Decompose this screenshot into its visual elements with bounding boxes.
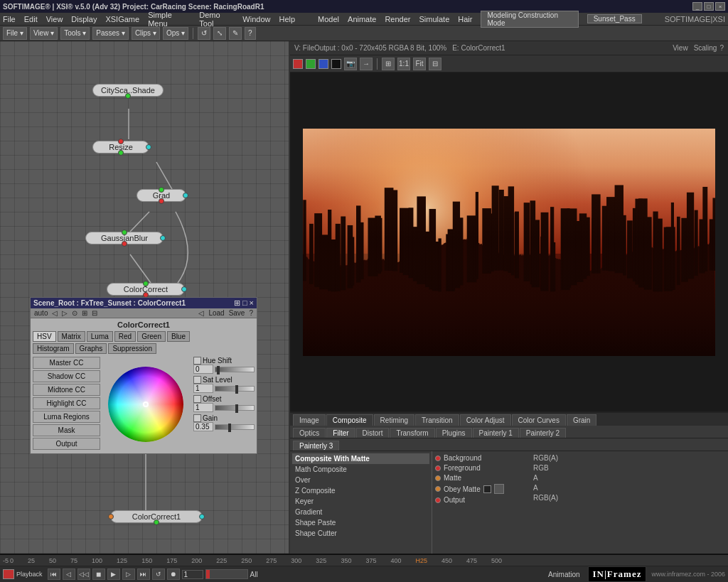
- cc-tab-hsv[interactable]: HSV: [33, 331, 56, 342]
- color-wheel[interactable]: [107, 365, 185, 443]
- toolbar-icon-3[interactable]: ✎: [229, 27, 242, 40]
- tl-btn-prev[interactable]: ◁: [63, 568, 75, 580]
- cc-offset-checkbox[interactable]: [193, 395, 201, 403]
- viewer-btn-arrow[interactable]: →: [360, 58, 373, 70]
- menu-window[interactable]: Window: [242, 15, 270, 23]
- fx-tab-transition[interactable]: Transition: [415, 414, 459, 426]
- node-grad[interactable]: Grad: [136, 189, 186, 202]
- fx-sub-filter[interactable]: Filter: [326, 428, 355, 438]
- cc-btn-highlightcc[interactable]: Highlight CC: [33, 397, 100, 409]
- cc-fwd[interactable]: ▷: [60, 309, 69, 317]
- cc-tab-green[interactable]: Green: [137, 331, 166, 342]
- cc-gain-checkbox[interactable]: [193, 414, 201, 422]
- viewer-image[interactable]: [290, 72, 728, 411]
- swatch-red[interactable]: [293, 59, 303, 69]
- toolbar-file[interactable]: File ▾: [3, 27, 27, 40]
- cc-satlevel-checkbox[interactable]: [193, 376, 201, 384]
- node-cityscapeshader[interactable]: CitySca..Shade: [92, 84, 164, 97]
- viewer-btn-4[interactable]: ⊟: [429, 58, 441, 70]
- comp-item-keyer[interactable]: Keyer: [292, 496, 429, 507]
- fx-sub-transform[interactable]: Transform: [390, 428, 434, 438]
- comp-item-shapepaste[interactable]: Shape Paste: [292, 517, 429, 528]
- viewer-tab-scaling[interactable]: Scaling: [694, 44, 717, 52]
- cc-back[interactable]: ◁: [50, 309, 59, 317]
- viewer-btn-11[interactable]: 1:1: [397, 58, 410, 70]
- toolbar-icon-4[interactable]: ?: [245, 27, 256, 40]
- pass-selector[interactable]: Sunset_Pass: [587, 14, 642, 23]
- color-wheel-canvas[interactable]: [107, 365, 185, 443]
- cc-satlevel-input[interactable]: 1: [193, 384, 213, 393]
- cc-auto[interactable]: auto: [33, 309, 49, 317]
- fx-sub-painterly1[interactable]: Painterly 1: [473, 428, 519, 438]
- fx-sub-plugins[interactable]: Plugins: [436, 428, 472, 438]
- cc-grid2[interactable]: ⊟: [90, 309, 99, 317]
- cc-offset-input[interactable]: 1: [193, 403, 213, 412]
- fx-sub-distort[interactable]: Distort: [356, 428, 390, 438]
- tl-btn-fwd-end[interactable]: ⏭: [137, 568, 150, 580]
- menu-file[interactable]: File: [3, 15, 16, 23]
- cc-icon-1[interactable]: ⊞: [234, 298, 240, 308]
- menu-hair[interactable]: Hair: [458, 15, 472, 23]
- node-resize[interactable]: Resize: [92, 141, 149, 153]
- cc-btn-midtonecc[interactable]: Midtone CC: [33, 384, 100, 396]
- fx-tab-coloradjust[interactable]: Color Adjust: [460, 414, 511, 426]
- cc-tab-histogram[interactable]: Histogram: [33, 343, 74, 354]
- cc-offset-slider[interactable]: [215, 405, 255, 411]
- comp-item-withmatte[interactable]: Composite With Matte: [292, 453, 429, 464]
- menu-render[interactable]: Render: [385, 15, 410, 23]
- menu-view[interactable]: View: [46, 15, 63, 23]
- maximize-button[interactable]: □: [704, 2, 714, 11]
- viewer-btn-camera[interactable]: 📷: [344, 58, 357, 70]
- comp-item-over[interactable]: Over: [292, 475, 429, 485]
- cc-btn-output[interactable]: Output: [33, 438, 100, 450]
- menu-demotool[interactable]: Demo Tool: [199, 11, 234, 28]
- cc-hueshift-checkbox[interactable]: [193, 357, 201, 365]
- cc-hueshift-input[interactable]: 0: [193, 365, 213, 374]
- node-gaussianblur[interactable]: GaussianBlur: [85, 232, 164, 244]
- cc-tab-graphs[interactable]: Graphs: [75, 343, 107, 354]
- swatch-blue[interactable]: [318, 59, 328, 69]
- cc-gain-input[interactable]: 0.35: [193, 422, 213, 431]
- tl-btn-loop[interactable]: ↺: [152, 568, 165, 580]
- cc-icon-2[interactable]: □: [242, 298, 247, 308]
- cc-tab-red[interactable]: Red: [114, 331, 136, 342]
- swatch-black[interactable]: [331, 59, 341, 69]
- fx-sub-painterly3[interactable]: Painterly 3: [293, 441, 339, 451]
- menu-simulate[interactable]: Simulate: [419, 15, 450, 23]
- fx-sub-optics[interactable]: Optics: [293, 428, 326, 438]
- cc-tab-luma[interactable]: Luma: [87, 331, 113, 342]
- cc-help[interactable]: ?: [247, 309, 255, 317]
- node-editor[interactable]: CitySca..Shade Resize Grad GaussianBlur: [0, 41, 290, 554]
- tl-btn-play[interactable]: ▶: [107, 568, 120, 580]
- cc-save[interactable]: Save: [228, 309, 247, 317]
- mode-selector[interactable]: Modeling Construction Mode: [481, 11, 578, 28]
- fx-tab-colorcurves[interactable]: Color Curves: [512, 414, 566, 426]
- window-buttons[interactable]: _ □ ×: [692, 2, 725, 11]
- cc-grid1[interactable]: ⊞: [80, 309, 89, 317]
- viewer-tab-view[interactable]: View: [673, 44, 688, 52]
- menu-display[interactable]: Display: [71, 15, 97, 23]
- cc-btn-shadowcc[interactable]: Shadow CC: [33, 370, 100, 382]
- cc-tab-suppression[interactable]: Suppression: [108, 343, 156, 354]
- comp-item-zcomp[interactable]: Z Composite: [292, 485, 429, 496]
- menu-model[interactable]: Model: [318, 15, 339, 23]
- cc-icon-3[interactable]: ×: [250, 298, 254, 308]
- toolbar-view[interactable]: View ▾: [30, 27, 58, 40]
- cc-nav-left[interactable]: ◁: [197, 309, 205, 317]
- cc-center-wheel[interactable]: [100, 357, 191, 451]
- tl-btn-rec[interactable]: ⏺: [167, 568, 180, 580]
- tl-btn-play-rev[interactable]: ◁◁: [77, 568, 90, 580]
- fx-sub-painterly2[interactable]: Painterly 2: [520, 428, 566, 438]
- comp-check-obeymatte[interactable]: [483, 485, 491, 493]
- fx-tab-composite[interactable]: Composite: [326, 414, 373, 426]
- cc-tab-matrix[interactable]: Matrix: [58, 331, 85, 342]
- comp-check-obeymatte2[interactable]: [494, 484, 504, 494]
- cc-satlevel-slider[interactable]: [215, 386, 255, 392]
- toolbar-passes[interactable]: Passes ▾: [92, 27, 129, 40]
- menu-help[interactable]: Help: [279, 15, 295, 23]
- node-grid[interactable]: CitySca..Shade Resize Grad GaussianBlur: [0, 41, 289, 554]
- viewer-help-btn[interactable]: ?: [719, 44, 724, 52]
- cc-load[interactable]: Load: [207, 309, 225, 317]
- toolbar-icon-2[interactable]: ⤡: [213, 27, 226, 40]
- cc-tab-blue[interactable]: Blue: [167, 331, 190, 342]
